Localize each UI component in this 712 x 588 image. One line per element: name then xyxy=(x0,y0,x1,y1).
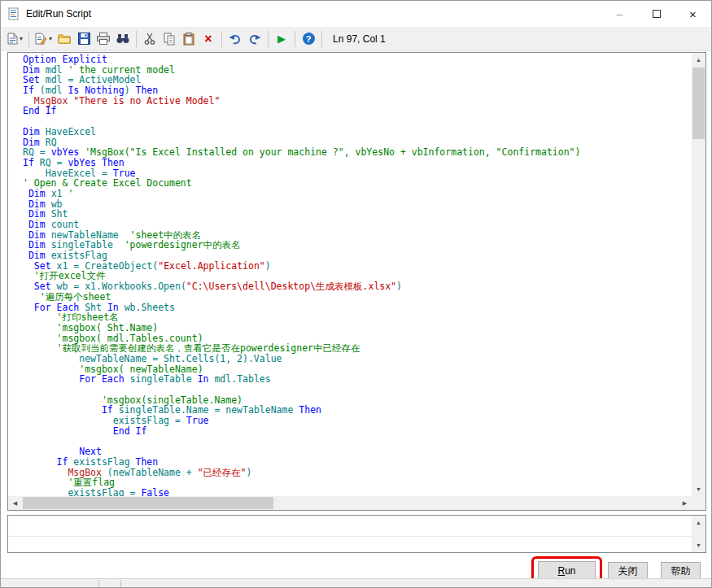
code-line: For Each Sht In wb.Sheets xyxy=(23,303,692,313)
toolbar-separator xyxy=(136,31,137,47)
code-line: End If xyxy=(23,426,692,437)
toolbar-separator xyxy=(321,31,322,47)
script-menu-button[interactable]: ▾ xyxy=(5,29,25,49)
redo-icon xyxy=(248,33,261,45)
maximize-button[interactable] xyxy=(638,1,675,27)
editor-vertical-scrollbar[interactable]: ▲ ▼ xyxy=(692,53,705,496)
undo-button[interactable] xyxy=(225,29,245,49)
scroll-down-button[interactable]: ▼ xyxy=(692,482,705,496)
dropdown-icon: ▾ xyxy=(49,36,52,42)
window-title: Edit/Run Script xyxy=(26,8,91,20)
help-toolbar-button[interactable]: ? xyxy=(299,29,318,49)
delete-button[interactable]: × xyxy=(199,29,218,49)
output-scroll-up-button[interactable]: ▲ xyxy=(692,516,705,529)
scrollbar-corner xyxy=(692,496,705,510)
close-dialog-button[interactable]: 关闭 xyxy=(608,562,648,580)
open-button[interactable] xyxy=(55,29,74,49)
scroll-down-icon: ▼ xyxy=(696,542,701,548)
editor-horizontal-scrollbar[interactable]: ◀ ▶ xyxy=(8,496,692,510)
output-divider xyxy=(8,536,692,537)
delete-icon: × xyxy=(204,33,212,46)
open-folder-icon xyxy=(58,33,71,44)
maximize-icon xyxy=(653,10,661,18)
paste-button[interactable] xyxy=(179,29,199,49)
run-button-label: Run xyxy=(557,565,575,577)
toolbar: ▾ ▾ xyxy=(1,27,711,51)
titlebar: Edit/Run Script – × xyxy=(1,1,711,27)
code-line: Dim x1 ' xyxy=(23,189,692,199)
scroll-left-button[interactable]: ◀ xyxy=(8,496,22,510)
code-line: For Each singleTable In mdl.Tables xyxy=(23,374,692,385)
caret-position: Ln 97, Col 1 xyxy=(333,33,386,45)
help-icon: ? xyxy=(303,33,315,45)
close-button[interactable]: × xyxy=(675,1,711,27)
code-line: ' Open & Create Excel Document xyxy=(23,178,692,189)
strip-divider xyxy=(120,580,121,587)
run-button[interactable]: Run xyxy=(538,561,596,580)
code-line: MsgBox (newTableName + "已经存在") xyxy=(23,468,692,478)
scroll-down-icon: ▼ xyxy=(696,486,701,492)
horizontal-scroll-thumb[interactable] xyxy=(23,497,273,509)
code-line: MsgBox "There is no Active Model" xyxy=(23,96,692,107)
output-panel[interactable]: ▲ ▼ xyxy=(7,515,706,553)
copy-button[interactable] xyxy=(159,29,179,49)
find-button[interactable] xyxy=(113,29,133,49)
save-button[interactable] xyxy=(74,29,94,49)
run-label-accelerator: R xyxy=(557,565,565,577)
run-icon: ▶ xyxy=(277,33,286,44)
run-label-rest: un xyxy=(565,565,575,577)
code-line: Dim singleTable 'powerdesigner中的表名 xyxy=(23,240,692,250)
undo-icon xyxy=(229,33,242,45)
copy-icon xyxy=(164,33,175,46)
toolbar-separator xyxy=(221,31,222,47)
code-line: Dim HaveExcel xyxy=(23,127,692,137)
scroll-right-button[interactable]: ▶ xyxy=(678,496,692,510)
edit-menu-button[interactable]: ▾ xyxy=(33,29,55,49)
strip-divider xyxy=(98,580,99,587)
window-controls: – × xyxy=(601,1,711,27)
run-toolbar-button[interactable]: ▶ xyxy=(272,29,291,49)
close-icon: × xyxy=(689,7,697,21)
background-status-strip xyxy=(1,578,711,587)
find-binoculars-icon xyxy=(116,33,129,44)
scroll-left-icon: ◀ xyxy=(13,500,17,507)
edit-script-icon xyxy=(35,33,47,45)
help-button[interactable]: 帮助 xyxy=(661,562,701,580)
redo-button[interactable] xyxy=(245,29,264,49)
code-line: Set x1 = CreateObject("Excel.Application… xyxy=(23,261,692,272)
code-line: Set wb = x1.Workbooks.Open("C:\Users\del… xyxy=(23,281,692,292)
code-content[interactable]: Option ExplicitDim mdl ' the current mod… xyxy=(8,53,692,496)
paste-clipboard-icon xyxy=(183,33,194,46)
cut-button[interactable] xyxy=(140,29,159,49)
scroll-right-icon: ▶ xyxy=(683,500,687,507)
scroll-up-icon: ▲ xyxy=(696,57,701,63)
code-line xyxy=(23,116,692,127)
print-button[interactable] xyxy=(94,29,113,49)
output-scroll-down-button[interactable]: ▼ xyxy=(692,538,705,552)
print-icon xyxy=(97,33,110,45)
code-editor: Option ExplicitDim mdl ' the current mod… xyxy=(7,52,706,511)
cut-scissors-icon xyxy=(144,33,155,45)
scroll-up-icon: ▲ xyxy=(696,520,701,525)
dropdown-icon: ▾ xyxy=(20,36,23,42)
vertical-scroll-thumb[interactable] xyxy=(692,68,705,139)
toolbar-separator xyxy=(268,31,269,47)
code-line: Dim wb xyxy=(23,199,692,210)
minimize-button[interactable]: – xyxy=(601,1,638,27)
code-line: Dim Sht xyxy=(23,209,692,220)
code-line: End If xyxy=(23,106,692,116)
scroll-up-button[interactable]: ▲ xyxy=(692,53,705,67)
output-scrollbar[interactable]: ▲ ▼ xyxy=(692,516,705,552)
edit-run-script-window: Edit/Run Script – × xyxy=(0,0,712,588)
new-script-icon xyxy=(7,33,18,45)
toolbar-separator xyxy=(28,31,29,47)
save-icon xyxy=(78,33,90,45)
minimize-icon: – xyxy=(617,7,623,20)
code-line: existsFlag = False xyxy=(23,488,692,496)
code-line xyxy=(23,436,692,446)
toolbar-separator xyxy=(295,31,295,47)
window-icon xyxy=(8,7,20,20)
